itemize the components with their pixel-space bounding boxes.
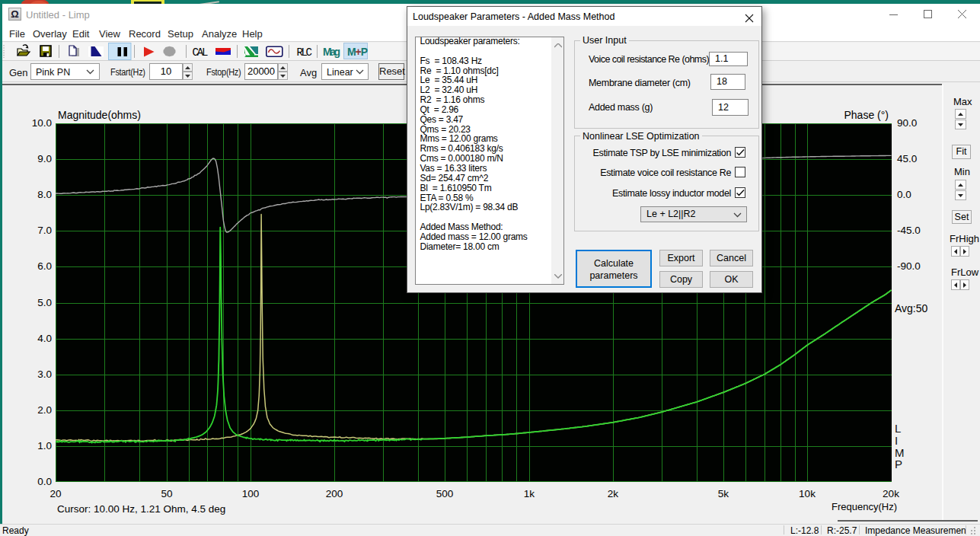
svg-text:M+P: M+P <box>347 46 368 58</box>
svg-text:Mag: Mag <box>323 46 340 58</box>
svg-text:RLC: RLC <box>297 46 313 59</box>
svg-text:CAL: CAL <box>193 46 209 59</box>
